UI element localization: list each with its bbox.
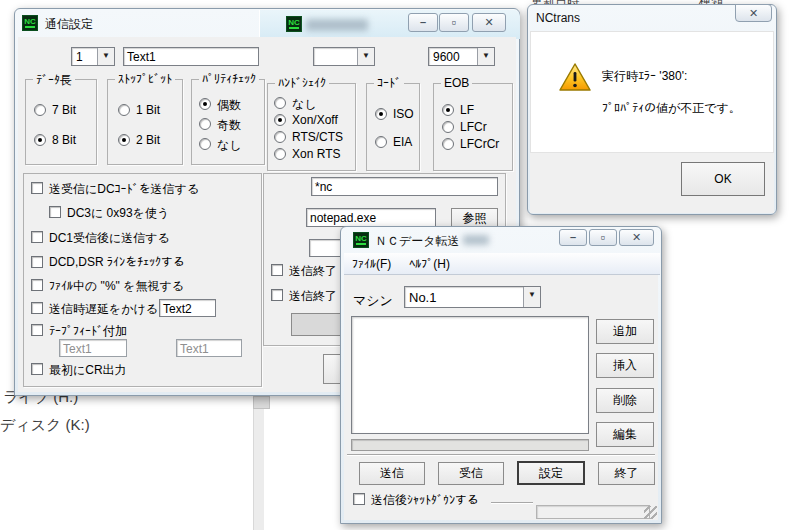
background-minimize-button[interactable] [408,13,438,32]
radio-8bit[interactable] [34,134,46,146]
radio-lfcrcr[interactable] [442,138,454,150]
exit-button[interactable]: 終了 [598,462,655,485]
separator [347,454,655,455]
checkbox-send-end-1[interactable] [271,264,283,276]
speed-combobox[interactable]: 9600 [428,47,495,66]
menu-file[interactable]: ﾌｧｲﾙ(F) [352,257,391,271]
checkbox-send-end-2[interactable] [271,289,283,301]
port-combobox[interactable]: 1 [71,47,115,66]
settings-button[interactable]: 設定 [517,461,585,485]
receive-button[interactable]: 受信 [438,462,504,485]
menu-help[interactable]: ﾍﾙﾌﾟ(H) [409,257,450,271]
status-pane [536,505,650,519]
radio-parity-odd-label: 奇数 [217,117,241,134]
checkbox-dcd-dsr-label: DCD,DSR ﾗｲﾝをﾁｪｯｸする [49,255,185,269]
mask-field[interactable]: *nc [311,177,498,196]
radio-2bit[interactable] [118,134,130,146]
radio-lf[interactable] [442,104,454,116]
mid-combobox[interactable] [313,47,375,66]
radio-7bit[interactable] [34,104,46,116]
radio-parity-none[interactable] [199,138,211,150]
radio-iso-label: ISO [393,107,414,121]
radio-iso[interactable] [375,108,387,120]
drive-item-k[interactable]: ディスク (K:) [0,416,90,435]
error-close-button[interactable] [735,4,772,22]
dropdown-arrow-icon[interactable] [97,48,114,65]
delay-field[interactable]: Text2 [159,299,216,317]
radio-eia[interactable] [375,136,387,148]
background-window-icon: NC [286,16,302,32]
radio-1bit-label: 1 Bit [136,103,160,117]
checkbox-dc-code[interactable] [31,182,43,194]
edit-button[interactable]: 編集 [596,422,654,447]
checkbox-ignore-percent[interactable] [31,279,43,291]
transfer-close-button[interactable] [619,229,654,246]
resize-grip[interactable] [644,506,657,519]
machine-combobox[interactable]: No.1 [404,286,541,308]
radio-xon-xoff-label: Xon/Xoff [292,113,338,127]
checkbox-tape-feed[interactable] [31,324,43,336]
machine-value: No.1 [409,290,521,305]
background-maximize-button[interactable] [439,13,469,32]
background-window-title-blur [306,19,368,31]
checkbox-cr-first[interactable] [31,363,43,375]
checkbox-shutdown[interactable] [353,493,365,505]
transfer-maximize-button[interactable] [589,229,617,246]
radio-1bit[interactable] [118,104,130,116]
checkbox-send-end-2-label: 送信終了 [289,288,337,305]
checkbox-shutdown-label: 送信後ｼｬｯﾄﾀﾞｳﾝする [371,492,479,509]
group-eob-label: EOB [441,76,472,90]
progress-bar [351,439,589,451]
radio-lfcr-label: LFCr [460,120,487,134]
checkbox-send-delay[interactable] [31,302,43,314]
radio-parity-even[interactable] [199,98,211,110]
dropdown-arrow-icon[interactable] [477,48,494,65]
error-titlebar[interactable]: NCtrans [528,5,776,31]
transfer-minimize-button[interactable] [559,229,587,246]
radio-xon-rts[interactable] [274,148,286,160]
insert-button[interactable]: 挿入 [596,353,654,378]
file-listbox[interactable] [351,316,589,434]
name-field[interactable]: Text1 [123,47,259,66]
group-data-length-label: ﾃﾞｰﾀ長 [33,72,75,89]
group-stop-bit: ｽﾄｯﾌﾟﾋﾞｯﾄ 1 Bit 2 Bit [107,79,183,165]
transfer-menubar: ﾌｧｲﾙ(F) ﾍﾙﾌﾟ(H) [344,253,660,275]
checkbox-dc3-0x93[interactable] [49,206,61,218]
tape-feed-left-field[interactable]: Text1 [59,339,127,357]
delete-button[interactable]: 削除 [596,388,654,413]
background-close-button[interactable] [472,13,506,32]
group-stop-bit-label: ｽﾄｯﾌﾟﾋﾞｯﾄ [115,72,175,86]
transfer-window: NC ＮＣデータ転送 ﾌｧｲﾙ(F) ﾍﾙﾌﾟ(H) マシン No.1 追加 挿… [340,226,662,524]
group-parity-label: ﾊﾟﾘﾃｨﾁｪｯｸ [199,72,259,86]
radio-parity-even-label: 偶数 [217,97,241,114]
checkbox-send-after-dc1[interactable] [31,231,43,243]
error-line1: 実行時ｴﾗｰ '380': [602,68,687,85]
dropdown-arrow-icon[interactable] [523,287,540,307]
radio-lfcr[interactable] [442,121,454,133]
dropdown-arrow-icon[interactable] [357,48,374,65]
status-groove [491,502,533,503]
comm-titlebar[interactable]: NC 通信設定 NC [15,9,519,37]
radio-parity-odd[interactable] [199,118,211,130]
checkbox-tape-feed-label: ﾃｰﾌﾟﾌｨｰﾄﾞ付加 [49,323,127,340]
add-button[interactable]: 追加 [596,319,654,344]
checkbox-send-delay-label: 送信時遅延をかける [49,301,158,318]
background-window-titlebar: NC [259,10,520,39]
radio-rts-cts[interactable] [274,131,286,143]
speed-value: 9600 [433,50,475,64]
error-ok-button[interactable]: OK [681,162,765,196]
transfer-titlebar[interactable]: NC ＮＣデータ転送 [341,227,661,253]
nctrans-icon: NC [353,232,369,248]
radio-handshake-none-label: なし [292,96,317,113]
port-value: 1 [76,50,95,64]
radio-handshake-none[interactable] [274,97,286,109]
tape-feed-right-field[interactable]: Text1 [176,339,242,357]
editor-field[interactable]: notepad.exe [306,208,436,227]
comm-window-title: 通信設定 [45,16,93,33]
send-button[interactable]: 送信 [359,462,425,485]
radio-xon-xoff[interactable] [274,114,286,126]
checkbox-ignore-percent-label: ﾌｧｲﾙ中の "%" を無視する [49,278,184,295]
transfer-client-area: マシン No.1 追加 挿入 削除 編集 送信 受信 設定 終了 送信後ｼｬｯﾄ… [344,275,658,520]
checkbox-dcd-dsr[interactable] [31,256,43,268]
group-parity: ﾊﾟﾘﾃｨﾁｪｯｸ 偶数 奇数 なし [191,79,265,165]
